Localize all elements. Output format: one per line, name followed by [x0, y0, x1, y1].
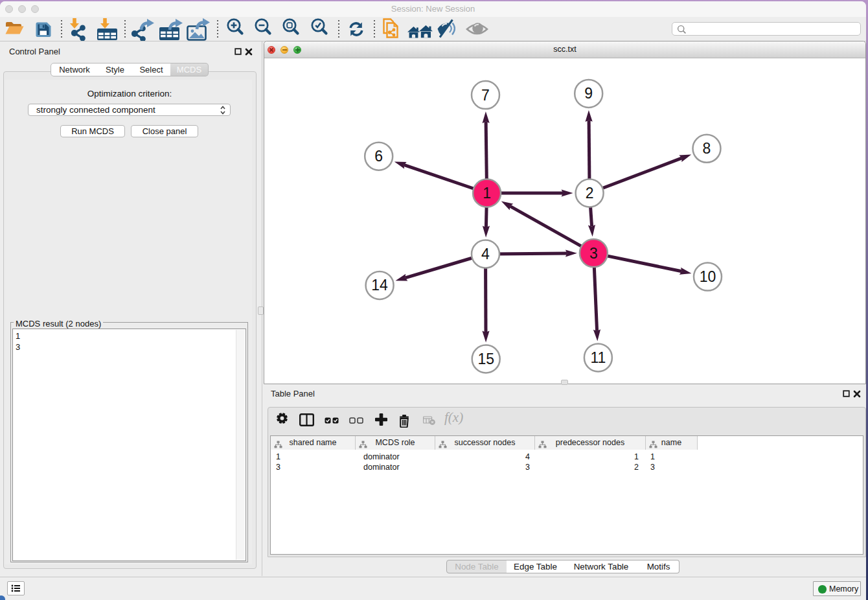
svg-text:1: 1 — [483, 185, 491, 202]
svg-text:11: 11 — [590, 349, 606, 366]
svg-text:6: 6 — [374, 148, 383, 165]
svg-text:2: 2 — [586, 185, 594, 202]
svg-text:9: 9 — [584, 85, 593, 102]
svg-text:4: 4 — [481, 246, 490, 262]
svg-text:7: 7 — [481, 87, 490, 104]
svg-text:8: 8 — [703, 140, 711, 157]
svg-text:14: 14 — [371, 277, 388, 294]
svg-text:10: 10 — [700, 268, 716, 285]
svg-text:3: 3 — [589, 245, 598, 262]
svg-text:15: 15 — [477, 351, 494, 367]
